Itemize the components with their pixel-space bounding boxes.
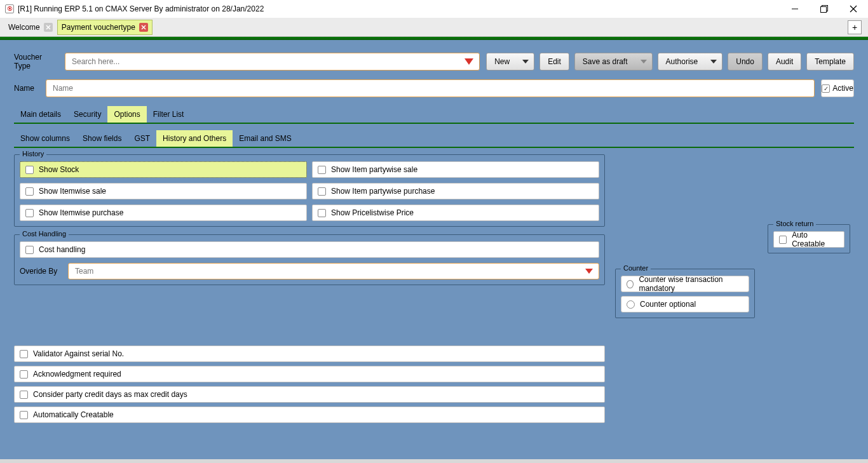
pricelist-price-label: Show Pricelistwise Price — [331, 208, 414, 217]
stock-return-fieldset: Stock return Auto Creatable — [768, 224, 850, 253]
itemwise-purchase-label: Show Itemwise purchase — [39, 208, 123, 217]
voucher-type-search[interactable] — [65, 53, 480, 70]
option-subtabs: Show columns Show fields GST History and… — [14, 130, 854, 148]
subtab-gst[interactable]: GST — [128, 130, 156, 147]
consider-credit-checkbox[interactable] — [20, 391, 28, 399]
ack-required-checkbox[interactable] — [20, 370, 28, 379]
tab-filter-list[interactable]: Filter List — [147, 106, 191, 123]
show-stock-checkbox[interactable] — [25, 166, 34, 174]
save-draft-button[interactable]: Save as draft — [574, 53, 653, 70]
main-tabs: Main details Security Options Filter Lis… — [14, 106, 854, 124]
dropdown-caret-icon[interactable] — [585, 269, 593, 274]
active-label: Active — [832, 84, 853, 93]
counter-optional-radio[interactable] — [627, 300, 635, 309]
edit-button[interactable]: Edit — [539, 53, 569, 70]
chevron-down-icon — [710, 60, 717, 64]
counter-mandatory-radio[interactable] — [627, 280, 634, 288]
voucher-type-label: Voucher Type — [14, 53, 58, 70]
tab-options[interactable]: Options — [107, 106, 146, 123]
add-tab-button[interactable]: + — [848, 20, 862, 34]
itemwise-sale-checkbox[interactable] — [25, 187, 34, 196]
partywise-purchase-label: Show Item partywise purchase — [331, 187, 435, 196]
tab-main-details[interactable]: Main details — [14, 106, 67, 123]
subtab-show-columns[interactable]: Show columns — [14, 130, 76, 147]
tab-label: Payment vouchertype — [62, 23, 135, 32]
itemwise-sale-label: Show Itemwise sale — [39, 187, 106, 196]
partywise-purchase-row[interactable]: Show Item partywise purchase — [312, 183, 599, 199]
validator-serial-row[interactable]: Validator Against serial No. — [14, 346, 605, 362]
name-input[interactable] — [46, 79, 815, 97]
override-by-label: Overide By — [20, 267, 62, 276]
consider-credit-label: Consider party credit days as max credit… — [33, 390, 187, 399]
tab-close-icon[interactable] — [44, 23, 53, 32]
pricelist-price-checkbox[interactable] — [318, 209, 326, 217]
cost-handling-legend: Cost Handling — [20, 230, 69, 238]
partywise-sale-row[interactable]: Show Item partywise sale — [312, 161, 599, 178]
chevron-down-icon — [522, 60, 529, 64]
template-button[interactable]: Template — [806, 53, 854, 70]
cost-handling-row[interactable]: Cost handling — [20, 241, 599, 258]
stock-auto-creatable-row[interactable]: Auto Creatable — [773, 231, 844, 248]
pricelist-price-row[interactable]: Show Pricelistwise Price — [312, 205, 599, 221]
tab-label: Welcome — [8, 23, 40, 32]
action-toolbar: New Edit Save as draft Authorise Undo Au… — [486, 53, 854, 70]
document-tabbar: Welcome Payment vouchertype + — [0, 18, 868, 37]
minimize-button[interactable] — [780, 0, 810, 18]
new-button[interactable]: New — [486, 53, 534, 70]
override-by-select[interactable] — [68, 263, 599, 279]
history-legend: History — [20, 150, 46, 158]
counter-fieldset: Counter Counter wise transaction mandato… — [615, 269, 755, 318]
app-icon: ⦿ — [5, 4, 14, 13]
validator-serial-label: Validator Against serial No. — [33, 349, 124, 358]
counter-legend: Counter — [621, 264, 651, 272]
active-toggle[interactable]: Active — [821, 79, 854, 97]
itemwise-purchase-row[interactable]: Show Itemwise purchase — [20, 205, 307, 221]
subtab-show-fields[interactable]: Show fields — [76, 130, 128, 147]
chevron-down-icon — [641, 60, 647, 64]
subtab-history-others[interactable]: History and Others — [156, 130, 233, 147]
counter-optional-label: Counter optional — [640, 300, 696, 309]
ack-required-label: Acknowledgment required — [33, 370, 121, 379]
partywise-purchase-checkbox[interactable] — [318, 187, 326, 196]
content-area: Voucher Type New Edit Save as draft Auth… — [0, 40, 868, 459]
partywise-sale-label: Show Item partywise sale — [331, 165, 417, 174]
undo-button[interactable]: Undo — [728, 53, 763, 70]
tab-close-icon[interactable] — [139, 23, 148, 32]
tab-security[interactable]: Security — [67, 106, 107, 123]
maximize-button[interactable] — [810, 0, 839, 18]
stock-return-legend: Stock return — [773, 220, 816, 227]
dropdown-caret-icon[interactable] — [465, 58, 473, 65]
partywise-sale-checkbox[interactable] — [318, 166, 326, 174]
auto-creatable-checkbox[interactable] — [20, 411, 28, 419]
tab-payment-vouchertype[interactable]: Payment vouchertype — [57, 20, 153, 35]
show-stock-row[interactable]: Show Stock — [20, 161, 307, 178]
window-title: [R1] Running ERP 5.1 on CMAX Server By a… — [18, 4, 264, 13]
audit-button[interactable]: Audit — [768, 53, 801, 70]
ack-required-row[interactable]: Acknowledgment required — [14, 366, 605, 382]
counter-mandatory-label: Counter wise transaction mandatory — [639, 275, 743, 293]
cost-handling-checkbox[interactable] — [25, 246, 34, 254]
consider-credit-row[interactable]: Consider party credit days as max credit… — [14, 386, 605, 403]
stock-auto-creatable-label: Auto Creatable — [792, 231, 839, 248]
cost-handling-fieldset: Cost Handling Cost handling Overide By — [14, 234, 605, 285]
auto-creatable-label: Automatically Creatable — [33, 410, 114, 419]
titlebar: ⦿ [R1] Running ERP 5.1 on CMAX Server By… — [0, 0, 868, 18]
active-checkbox[interactable] — [822, 84, 830, 93]
close-button[interactable] — [839, 0, 868, 18]
subtab-email-sms[interactable]: Email and SMS — [233, 130, 298, 147]
counter-mandatory-row[interactable]: Counter wise transaction mandatory — [621, 276, 749, 292]
svg-rect-2 — [821, 7, 827, 13]
validator-serial-checkbox[interactable] — [20, 350, 28, 358]
cost-handling-label: Cost handling — [39, 245, 85, 254]
auto-creatable-row[interactable]: Automatically Creatable — [14, 406, 605, 423]
authorise-button[interactable]: Authorise — [658, 53, 723, 70]
stock-auto-creatable-checkbox[interactable] — [779, 236, 787, 244]
itemwise-purchase-checkbox[interactable] — [25, 209, 34, 217]
history-fieldset: History Show Stock Show Item partywise s… — [14, 154, 605, 227]
counter-optional-row[interactable]: Counter optional — [621, 296, 749, 312]
name-label: Name — [14, 84, 39, 93]
itemwise-sale-row[interactable]: Show Itemwise sale — [20, 183, 307, 199]
tab-welcome[interactable]: Welcome — [4, 20, 57, 35]
show-stock-label: Show Stock — [39, 165, 79, 174]
bottom-bar — [0, 459, 868, 463]
